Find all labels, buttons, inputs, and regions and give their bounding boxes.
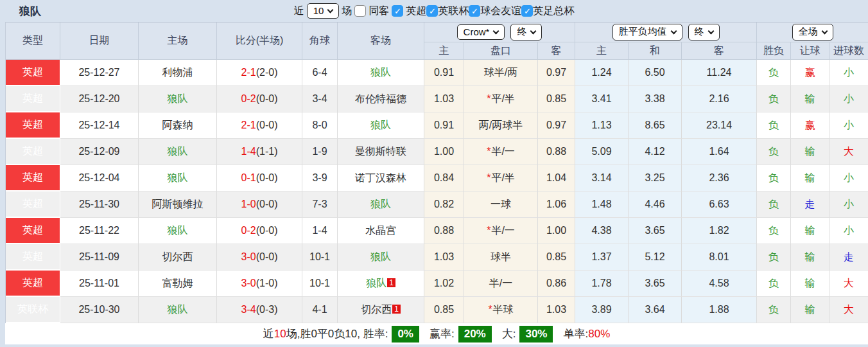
competition-label-fa-cup[interactable]: 英足总杯 <box>533 4 574 18</box>
match-table-body: 英超25-12-27利物浦2-1(2-0)6-4狼队0.91球半/两0.971.… <box>6 60 868 323</box>
competition-type-cell: 英联杯 <box>6 297 60 323</box>
avg-draw-odds-cell: 8.65 <box>629 112 682 139</box>
handicap-home-odds-cell: 0.91 <box>424 60 464 86</box>
corners-cell: 1-4 <box>302 218 338 244</box>
corners-cell: 10-1 <box>302 271 338 297</box>
win-rate-badge: 0% <box>392 326 419 343</box>
handicap-home-odds-cell: 1.03 <box>424 86 464 112</box>
competition-label-club-friendly[interactable]: 球会友谊 <box>480 4 521 18</box>
competition-label-premier-league[interactable]: 英超 <box>406 4 426 18</box>
avg-draw-odds-cell: 4.12 <box>629 139 682 165</box>
near-count-select[interactable]: 10 <box>307 3 340 19</box>
table-row: 英超25-12-27利物浦2-1(2-0)6-4狼队0.91球半/两0.971.… <box>6 60 868 86</box>
avg-draw-odds-cell: 3.65 <box>629 271 682 297</box>
wdl-result-cell: 负 <box>757 60 791 86</box>
corners-cell: 4-1 <box>302 297 338 323</box>
chevron-down-icon <box>821 28 828 34</box>
avg-odds-select[interactable]: 胜平负均值 <box>612 24 682 40</box>
handicap-win-rate-label: 赢率: <box>430 326 455 341</box>
sub-header-wdl: 胜负 <box>757 42 791 60</box>
avg-draw-odds-cell: 3.64 <box>629 297 682 323</box>
col-header-corners: 角球 <box>302 22 338 60</box>
home-team-cell: 利物浦 <box>139 60 217 86</box>
competition-type-cell: 英超 <box>6 218 60 244</box>
score-cell: 1-4(1-1) <box>217 139 302 165</box>
handicap-home-odds-cell: 0.85 <box>424 297 464 323</box>
bookmaker-select[interactable]: Crow* <box>457 24 505 40</box>
competition-checkbox-premier-league[interactable] <box>392 5 403 17</box>
avg-away-odds-cell: 6.63 <box>682 191 757 218</box>
avg-away-odds-cell: 11.24 <box>682 60 757 86</box>
rank-badge: 1 <box>392 305 401 314</box>
handicap-line-cell: 两/两球半 <box>464 112 538 139</box>
single-rate-value: 80% <box>588 328 610 341</box>
handicap-home-odds-cell: 0.88 <box>424 218 464 244</box>
same-opponent-checkbox[interactable] <box>354 5 366 17</box>
competition-type-cell: 英超 <box>6 191 60 218</box>
near-label: 近 <box>294 4 304 18</box>
avg-home-odds-cell: 5.09 <box>575 139 629 165</box>
wdl-result-cell: 负 <box>757 86 791 112</box>
handicap-result-cell: 输 <box>791 139 829 165</box>
handicap-away-odds-cell: 0.85 <box>538 244 575 271</box>
col-header-score: 比分(半场) <box>217 22 302 60</box>
sub-header-handicap-home: 主 <box>424 42 464 60</box>
date-cell: 25-12-27 <box>60 60 139 86</box>
competition-checkbox-fa-cup[interactable] <box>521 5 533 17</box>
handicap-result-cell: 赢 <box>791 112 829 139</box>
handicap-odds-group-header: Crow* 终 <box>424 22 575 42</box>
date-cell: 25-11-01 <box>60 271 139 297</box>
score-cell: 0-2(0-0) <box>217 86 302 112</box>
sub-header-handicap-line: 盘口 <box>464 42 538 60</box>
goals-result-cell: 小 <box>829 218 868 244</box>
competition-checkbox-efl-cup[interactable] <box>426 5 438 17</box>
avg-home-odds-cell: 1.78 <box>575 271 629 297</box>
score-cell: 3-0(0-0) <box>217 244 302 271</box>
home-team-cell: 狼队 <box>139 218 217 244</box>
home-team-cell: 狼队 <box>139 165 217 191</box>
chevron-down-icon <box>493 28 499 34</box>
sub-header-handicap-result: 让球 <box>791 42 829 60</box>
big-rate-badge: 30% <box>519 326 553 343</box>
same-opponent-label[interactable]: 同客 <box>369 4 389 18</box>
sub-header-handicap-away: 客 <box>538 42 575 60</box>
corners-cell: 8-0 <box>302 112 338 139</box>
avg-home-odds-cell: 3.41 <box>575 86 629 112</box>
summary-record-text: 场,胜0平0负10, 胜率: <box>286 326 388 341</box>
handicap-away-odds-cell: 0.97 <box>538 60 575 86</box>
competition-checkbox-club-friendly[interactable] <box>469 5 480 17</box>
wdl-result-cell: 负 <box>757 271 791 297</box>
date-cell: 25-12-14 <box>60 112 139 139</box>
summary-near-label: 近 <box>263 326 274 341</box>
competition-label-efl-cup[interactable]: 英联杯 <box>438 4 469 18</box>
avg-draw-odds-cell: 5.12 <box>629 244 682 271</box>
goals-result-cell: 小 <box>829 191 868 218</box>
avg-away-odds-cell: 2.36 <box>682 165 757 191</box>
goals-result-cell: 小 <box>829 86 868 112</box>
competition-type-cell: 英超 <box>6 271 60 297</box>
competition-type-cell: 英超 <box>6 60 60 86</box>
avg-time-select[interactable]: 终 <box>688 24 720 40</box>
away-team-cell: 水晶宫 <box>338 218 424 244</box>
col-header-date: 日期 <box>60 22 139 60</box>
corners-cell: 3-4 <box>302 86 338 112</box>
wdl-result-cell: 负 <box>757 112 791 139</box>
handicap-away-odds-cell: 0.88 <box>538 139 575 165</box>
handicap-result-cell: 输 <box>791 218 829 244</box>
handicap-result-cell: 赢 <box>791 60 829 86</box>
away-team-cell: 狼队 <box>338 191 424 218</box>
away-team-cell: 狼队 <box>338 60 424 86</box>
avg-home-odds-cell: 3.14 <box>575 165 629 191</box>
away-team-cell: 切尔西1 <box>338 297 424 323</box>
score-cell: 0-1(0-0) <box>217 165 302 191</box>
handicap-time-select[interactable]: 终 <box>510 24 542 40</box>
avg-away-odds-cell: 23.14 <box>682 112 757 139</box>
avg-home-odds-cell: 3.89 <box>575 297 629 323</box>
score-cell: 0-2(0-0) <box>217 218 302 244</box>
handicap-away-odds-cell: 1.03 <box>538 297 575 323</box>
competition-type-cell: 英超 <box>6 139 60 165</box>
match-scope-select[interactable]: 全场 <box>792 24 833 40</box>
avg-home-odds-cell: 4.38 <box>575 218 629 244</box>
handicap-line-cell: 半/一 <box>464 271 538 297</box>
wdl-result-cell: 负 <box>757 218 791 244</box>
